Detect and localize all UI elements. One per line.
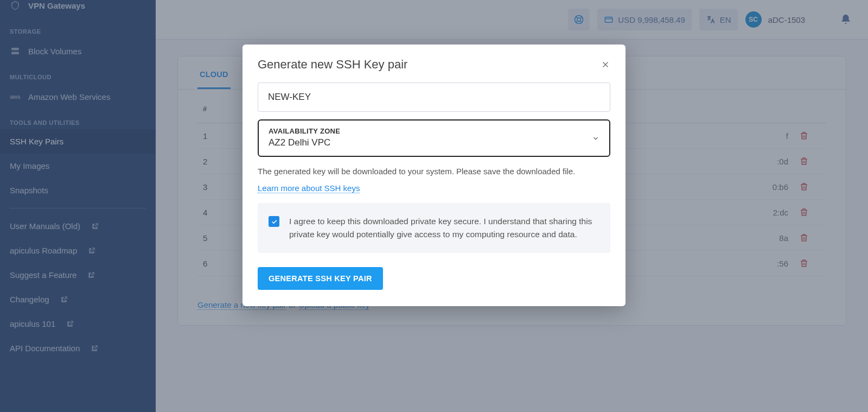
key-name-input[interactable]: [258, 83, 610, 112]
download-hint: The generated key will be downloaded to …: [258, 167, 610, 176]
generate-ssh-modal: Generate new SSH Key pair AVAILABILITY Z…: [242, 45, 626, 306]
agreement-text: I agree to keep this downloaded private …: [289, 215, 599, 241]
agreement-checkbox[interactable]: [269, 216, 279, 227]
chevron-down-icon: [592, 135, 599, 142]
learn-more-link[interactable]: Learn more about SSH keys: [258, 183, 360, 193]
close-button[interactable]: [601, 60, 610, 69]
zone-value: AZ2 Delhi VPC: [269, 137, 599, 148]
modal-overlay[interactable]: Generate new SSH Key pair AVAILABILITY Z…: [0, 0, 868, 412]
modal-title: Generate new SSH Key pair: [258, 58, 407, 72]
availability-zone-select[interactable]: AVAILABILITY ZONE AZ2 Delhi VPC: [258, 119, 610, 157]
generate-button[interactable]: GENERATE SSH KEY PAIR: [258, 267, 383, 290]
zone-label: AVAILABILITY ZONE: [269, 127, 599, 135]
agreement-box: I agree to keep this downloaded private …: [258, 203, 610, 253]
